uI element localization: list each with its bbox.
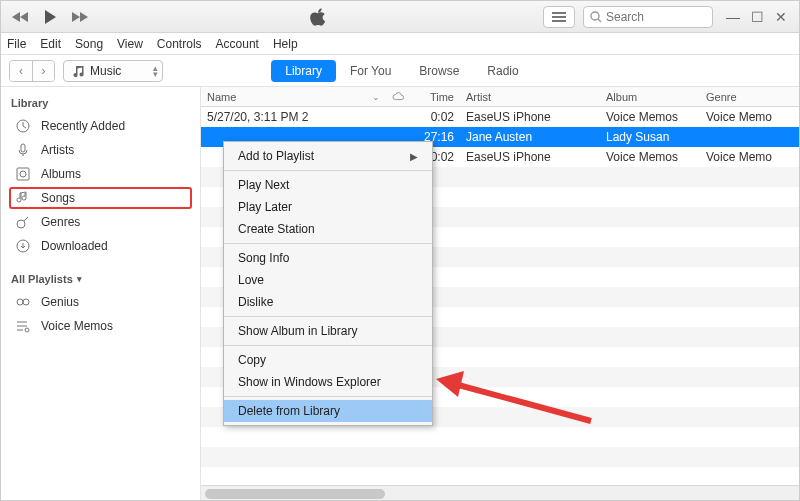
sidebar-header-library: Library xyxy=(9,93,192,113)
mic-icon xyxy=(15,142,31,158)
window-buttons: — ☐ ✕ xyxy=(721,9,793,25)
svg-rect-4 xyxy=(17,168,29,180)
svg-point-9 xyxy=(23,299,29,305)
col-cloud[interactable] xyxy=(386,92,410,102)
sidebar-item-label: Voice Memos xyxy=(41,319,113,333)
menu-account[interactable]: Account xyxy=(216,37,259,51)
cm-show-in-explorer[interactable]: Show in Windows Explorer xyxy=(224,371,432,393)
cm-love[interactable]: Love xyxy=(224,269,432,291)
sidebar-item-genres[interactable]: Genres xyxy=(9,211,192,233)
col-genre[interactable]: Genre xyxy=(700,91,799,103)
cm-separator xyxy=(224,243,432,244)
menu-view[interactable]: View xyxy=(117,37,143,51)
updown-icon: ▴▾ xyxy=(153,65,158,77)
nav-toolbar: ‹ › Music ▴▾ Library For You Browse Radi… xyxy=(1,55,799,87)
submenu-arrow-icon: ▶ xyxy=(410,151,418,162)
scrollbar-thumb[interactable] xyxy=(205,489,385,499)
nav-buttons: ‹ › xyxy=(9,60,55,82)
cm-separator xyxy=(224,396,432,397)
tab-library[interactable]: Library xyxy=(271,60,336,82)
close-button[interactable]: ✕ xyxy=(773,9,789,25)
sidebar-item-label: Genres xyxy=(41,215,80,229)
table-row[interactable]: 5/27/20, 3:11 PM 2 0:02 EaseUS iPhone Vo… xyxy=(201,107,799,127)
cm-song-info[interactable]: Song Info xyxy=(224,247,432,269)
menu-help[interactable]: Help xyxy=(273,37,298,51)
cm-separator xyxy=(224,345,432,346)
sidebar-item-label: Artists xyxy=(41,143,74,157)
source-select[interactable]: Music ▴▾ xyxy=(63,60,163,82)
tab-radio[interactable]: Radio xyxy=(473,60,532,82)
cm-show-album-in-library[interactable]: Show Album in Library xyxy=(224,320,432,342)
sidebar-item-label: Albums xyxy=(41,167,81,181)
sidebar-item-label: Songs xyxy=(41,191,75,205)
col-time[interactable]: Time xyxy=(410,91,460,103)
sidebar-item-downloaded[interactable]: Downloaded xyxy=(9,235,192,257)
search-input[interactable] xyxy=(606,10,696,24)
cm-add-to-playlist[interactable]: Add to Playlist ▶ xyxy=(224,145,432,167)
sidebar-item-label: Recently Added xyxy=(41,119,125,133)
svg-rect-3 xyxy=(21,144,25,152)
svg-line-1 xyxy=(598,19,601,22)
svg-point-8 xyxy=(17,299,23,305)
horizontal-scrollbar[interactable] xyxy=(201,485,799,501)
music-note-icon xyxy=(72,65,84,77)
titlebar: — ☐ ✕ xyxy=(1,1,799,33)
menubar: File Edit Song View Controls Account Hel… xyxy=(1,33,799,55)
apple-logo-icon xyxy=(99,7,537,27)
sidebar-item-label: Downloaded xyxy=(41,239,108,253)
sidebar-item-genius[interactable]: Genius xyxy=(9,291,192,313)
list-view-button[interactable] xyxy=(543,6,575,28)
cm-separator xyxy=(224,316,432,317)
playback-controls xyxy=(7,6,93,28)
forward-button[interactable]: › xyxy=(32,61,54,81)
clock-plus-icon xyxy=(15,118,31,134)
view-tabs: Library For You Browse Radio xyxy=(171,60,633,82)
tab-browse[interactable]: Browse xyxy=(405,60,473,82)
menu-song[interactable]: Song xyxy=(75,37,103,51)
play-button[interactable] xyxy=(37,6,63,28)
note-icon xyxy=(15,190,31,206)
next-button[interactable] xyxy=(67,6,93,28)
context-menu: Add to Playlist ▶ Play Next Play Later C… xyxy=(223,141,433,426)
menu-edit[interactable]: Edit xyxy=(40,37,61,51)
sidebar-item-artists[interactable]: Artists xyxy=(9,139,192,161)
sidebar: Library Recently Added Artists Albums So… xyxy=(1,87,201,501)
sidebar-header-playlists[interactable]: All Playlists ▾ xyxy=(9,269,192,289)
album-icon xyxy=(15,166,31,182)
sidebar-item-label: Genius xyxy=(41,295,79,309)
sidebar-item-recently-added[interactable]: Recently Added xyxy=(9,115,192,137)
menu-file[interactable]: File xyxy=(7,37,26,51)
cm-create-station[interactable]: Create Station xyxy=(224,218,432,240)
search-field[interactable] xyxy=(583,6,713,28)
source-select-label: Music xyxy=(90,64,121,78)
cm-dislike[interactable]: Dislike xyxy=(224,291,432,313)
col-artist[interactable]: Artist xyxy=(460,91,600,103)
sidebar-item-voice-memos[interactable]: Voice Memos xyxy=(9,315,192,337)
cm-separator xyxy=(224,170,432,171)
cloud-icon xyxy=(392,92,404,102)
cm-delete-from-library[interactable]: Delete from Library xyxy=(224,400,432,422)
col-name[interactable]: Name ⌄ xyxy=(201,91,386,103)
titlebar-right: — ☐ ✕ xyxy=(543,6,793,28)
svg-point-10 xyxy=(25,328,29,332)
genius-icon xyxy=(15,294,31,310)
svg-point-0 xyxy=(591,12,599,20)
previous-button[interactable] xyxy=(7,6,33,28)
table-header: Name ⌄ Time Artist Album Genre xyxy=(201,87,799,107)
maximize-button[interactable]: ☐ xyxy=(749,9,765,25)
minimize-button[interactable]: — xyxy=(725,9,741,25)
cm-copy[interactable]: Copy xyxy=(224,349,432,371)
guitar-icon xyxy=(15,214,31,230)
sort-indicator-icon: ⌄ xyxy=(372,92,380,102)
tab-for-you[interactable]: For You xyxy=(336,60,405,82)
cm-play-later[interactable]: Play Later xyxy=(224,196,432,218)
sidebar-item-albums[interactable]: Albums xyxy=(9,163,192,185)
svg-point-5 xyxy=(20,171,26,177)
download-icon xyxy=(15,238,31,254)
col-album[interactable]: Album xyxy=(600,91,700,103)
menu-controls[interactable]: Controls xyxy=(157,37,202,51)
back-button[interactable]: ‹ xyxy=(10,61,32,81)
cm-play-next[interactable]: Play Next xyxy=(224,174,432,196)
svg-point-6 xyxy=(17,220,25,228)
sidebar-item-songs[interactable]: Songs xyxy=(9,187,192,209)
